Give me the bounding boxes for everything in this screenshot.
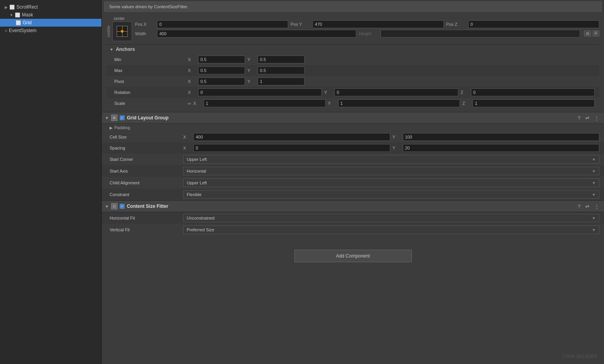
grid-layout-title: Grid Layout Group bbox=[127, 115, 574, 121]
pivot-label: Pivot bbox=[114, 79, 185, 84]
vertical-fit-row: Vertical Fit Preferred Size ▼ bbox=[102, 224, 604, 236]
anchors-min-x-label: X bbox=[188, 57, 196, 62]
scale-y-input[interactable] bbox=[338, 99, 460, 107]
horizontal-fit-label: Horizontal Fit bbox=[110, 216, 180, 220]
grid-layout-help-btn[interactable]: ? bbox=[576, 115, 582, 121]
start-axis-arrow: ▼ bbox=[592, 169, 596, 173]
watermark: CSDN @红色猎手 bbox=[563, 353, 598, 359]
cell-size-y-input[interactable] bbox=[403, 133, 600, 141]
tree-item-grid[interactable]: ⬜ Grid bbox=[0, 19, 101, 27]
content-size-fitter-actions: ? ⇌ ⋮ bbox=[576, 204, 601, 209]
start-corner-arrow: ▼ bbox=[592, 157, 596, 162]
horizontal-fit-arrow: ▼ bbox=[592, 216, 596, 220]
horizontal-fit-dropdown[interactable]: Unconstrained ▼ bbox=[183, 214, 599, 222]
anchors-min-values: X Y bbox=[188, 56, 595, 63]
content-size-fitter-header[interactable]: ▼ ⊡ ✓ Content Size Fitter ? ⇌ ⋮ bbox=[102, 200, 604, 212]
spacing-x-label: X bbox=[183, 146, 191, 150]
tree-item-eventsystem[interactable]: ○ EventSystem bbox=[0, 27, 101, 34]
scale-x-label: X bbox=[193, 101, 201, 106]
padding-header[interactable]: ▶ Padding bbox=[102, 124, 604, 132]
scale-y-label: Y bbox=[328, 101, 336, 106]
width-input[interactable] bbox=[157, 30, 356, 38]
constraint-dropdown[interactable]: Flexible ▼ bbox=[183, 190, 599, 199]
rotation-label: Rotation bbox=[114, 90, 185, 95]
constraint-value: Flexible bbox=[187, 192, 202, 197]
inspector-panel: Some values driven by ContentSizeFitter.… bbox=[102, 0, 604, 364]
start-corner-dropdown[interactable]: Upper Left ▼ bbox=[183, 155, 599, 164]
grid-layout-enabled-checkbox[interactable]: ✓ bbox=[120, 115, 124, 120]
tree-item-scrollrect[interactable]: ▶ ⬜ ScrollRect bbox=[0, 3, 101, 11]
anchors-min-y-input[interactable] bbox=[258, 56, 305, 63]
anchors-min-x-input[interactable] bbox=[198, 56, 245, 63]
hierarchy-panel: ▶ ⬜ ScrollRect ▼ ⬜ Mask ⬜ Grid ○ EventSy… bbox=[0, 0, 102, 364]
start-axis-row: Start Axis Horizontal ▼ bbox=[102, 165, 604, 177]
constraint-row: Constraint Flexible ▼ bbox=[102, 189, 604, 200]
spacing-label: Spacing bbox=[110, 146, 180, 150]
start-axis-dropdown[interactable]: Horizontal ▼ bbox=[183, 167, 599, 175]
constrain-proportions-btn[interactable]: ⊞ bbox=[584, 31, 591, 36]
grid-layout-header[interactable]: ▼ ⊞ ✓ Grid Layout Group ? ⇌ ⋮ bbox=[102, 112, 604, 124]
start-corner-label: Start Corner bbox=[110, 157, 180, 162]
content-size-fitter-help-btn[interactable]: ? bbox=[576, 204, 582, 209]
anchors-max-values: X Y bbox=[188, 67, 595, 74]
pivot-values: X Y bbox=[188, 77, 595, 85]
content-size-fitter-enabled-checkbox[interactable]: ✓ bbox=[120, 204, 124, 209]
anchors-min-y-label: Y bbox=[247, 57, 255, 62]
rotation-z-input[interactable] bbox=[471, 88, 595, 96]
cell-size-values: X Y bbox=[183, 133, 599, 141]
child-alignment-value: Upper Left bbox=[187, 180, 207, 185]
warning-banner: Some values driven by ContentSizeFitter. bbox=[104, 2, 602, 12]
pos-y-label: Pos Y bbox=[290, 22, 310, 27]
pivot-y-input[interactable] bbox=[258, 77, 305, 85]
pos-y-input[interactable] bbox=[312, 20, 444, 28]
cell-size-x-input[interactable] bbox=[193, 133, 390, 141]
anchors-max-y-input[interactable] bbox=[258, 67, 305, 74]
anchors-section-header[interactable]: ▼ Anchors bbox=[106, 44, 599, 54]
spacing-x-input[interactable] bbox=[193, 144, 390, 152]
height-input[interactable] bbox=[380, 30, 580, 38]
anchors-title: Anchors bbox=[116, 47, 135, 52]
rotation-y-label: Y bbox=[324, 90, 332, 95]
anchors-max-row: Max X Y bbox=[106, 65, 599, 76]
pos-z-input[interactable] bbox=[468, 20, 599, 28]
pivot-y-label: Y bbox=[247, 79, 255, 84]
scale-z-label: Z bbox=[462, 101, 470, 106]
content-size-fitter-preset-btn[interactable]: ⇌ bbox=[584, 204, 591, 209]
scale-link-icon: ∞ bbox=[188, 101, 191, 106]
scrollrect-icon: ⬜ bbox=[9, 5, 15, 10]
tree-arrow-mask: ▼ bbox=[9, 13, 13, 17]
anchors-min-label: Min bbox=[114, 57, 185, 62]
reset-btn[interactable]: R bbox=[593, 31, 599, 36]
middle-label: middle bbox=[106, 25, 111, 37]
scale-z-input[interactable] bbox=[472, 99, 595, 107]
start-corner-row: Start Corner Upper Left ▼ bbox=[102, 153, 604, 165]
pivot-x-input[interactable] bbox=[198, 77, 245, 85]
tree-item-mask[interactable]: ▼ ⬜ Mask bbox=[0, 11, 101, 19]
anchors-max-x-input[interactable] bbox=[198, 67, 245, 74]
content-size-fitter-menu-btn[interactable]: ⋮ bbox=[593, 204, 601, 209]
width-height-row: Width Height ⊞ R bbox=[135, 30, 599, 38]
content-size-fitter-title: Content Size Fitter bbox=[127, 204, 574, 209]
anchor-dot bbox=[121, 30, 123, 32]
constraint-arrow: ▼ bbox=[592, 193, 596, 197]
anchors-max-y-label: Y bbox=[247, 68, 255, 73]
scale-row: Scale ∞ X Y Z bbox=[106, 98, 599, 109]
child-alignment-dropdown[interactable]: Upper Left ▼ bbox=[183, 178, 599, 187]
add-component-button[interactable]: Add Component bbox=[294, 250, 412, 262]
rotation-y-input[interactable] bbox=[334, 88, 458, 96]
pos-x-input[interactable] bbox=[157, 20, 288, 28]
anchor-icon[interactable] bbox=[112, 22, 132, 41]
horizontal-fit-row: Horizontal Fit Unconstrained ▼ bbox=[102, 212, 604, 224]
rotation-x-input[interactable] bbox=[198, 88, 322, 96]
grid-layout-actions: ? ⇌ ⋮ bbox=[576, 115, 601, 121]
anchors-max-x-label: X bbox=[188, 68, 196, 73]
spacing-values: X Y bbox=[183, 144, 599, 152]
spacing-y-input[interactable] bbox=[403, 144, 600, 152]
anchors-min-row: Min X Y bbox=[106, 54, 599, 65]
vertical-fit-dropdown[interactable]: Preferred Size ▼ bbox=[183, 225, 599, 234]
grid-layout-preset-btn[interactable]: ⇌ bbox=[584, 115, 591, 121]
eventsystem-icon: ○ bbox=[5, 28, 7, 33]
scale-x-input[interactable] bbox=[204, 99, 326, 107]
grid-layout-menu-btn[interactable]: ⋮ bbox=[593, 115, 601, 121]
anchor-row: center middle Pos X Pos Y bbox=[106, 16, 599, 41]
